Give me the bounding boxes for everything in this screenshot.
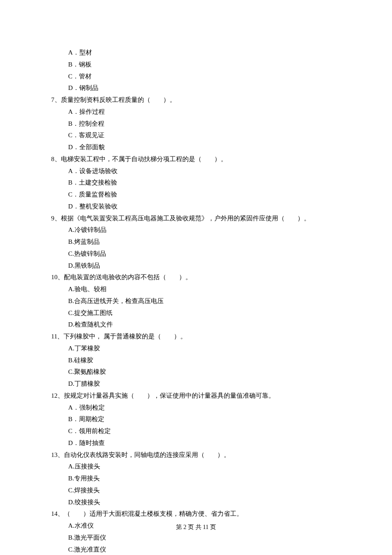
question-stem: 10、配电装置的送电验收的内容不包括（ ）。 bbox=[51, 272, 341, 283]
option-row: D．随时抽查 bbox=[51, 437, 341, 449]
option-text: 型材 bbox=[79, 49, 92, 56]
question-stem: 12、按规定对计量器具实施（ ），保证使用中的计量器具的量值准确可靠。 bbox=[51, 390, 341, 402]
option-letter: B. bbox=[68, 238, 74, 245]
option-row: A.冷镀锌制品 bbox=[51, 224, 341, 236]
option-text: 提交施工图纸 bbox=[74, 309, 112, 316]
option-letter: C. bbox=[68, 309, 74, 316]
page-content: A．型材 B．钢板 C．管材 D．钢制品 7、质量控制资料反映工程质量的（ ）。… bbox=[0, 0, 392, 555]
option-letter: C． bbox=[68, 191, 79, 198]
question-number: 7、 bbox=[51, 96, 61, 103]
option-letter: A． bbox=[68, 108, 79, 115]
option-row: B.烤蓝制品 bbox=[51, 236, 341, 248]
option-letter: D． bbox=[68, 203, 79, 210]
option-text: 聚氨酯橡胶 bbox=[74, 368, 106, 375]
option-letter: A. bbox=[68, 463, 75, 470]
option-text: 烤蓝制品 bbox=[74, 238, 100, 245]
option-letter: C． bbox=[68, 132, 79, 139]
option-text: 操作过程 bbox=[79, 108, 105, 115]
option-letter: A. bbox=[68, 226, 75, 233]
blank bbox=[166, 274, 179, 280]
option-letter: B． bbox=[68, 179, 79, 186]
stem-post: ）。 bbox=[214, 156, 227, 162]
option-text: 焊接接头 bbox=[74, 487, 100, 494]
option-text: 热镀锌制品 bbox=[74, 250, 106, 257]
option-text: 专用接头 bbox=[74, 475, 100, 482]
option-text: 钢板 bbox=[79, 61, 92, 68]
question-stem: 8、电梯安装工程中，不属于自动扶梯分项工程的是（ ）。 bbox=[51, 153, 341, 165]
option-text: 压接接头 bbox=[75, 463, 100, 470]
stem-pre: 自动化仪表线路安装时，同轴电缆的连接应采用（ bbox=[64, 451, 205, 458]
option-text: 质量监督检验 bbox=[79, 191, 117, 198]
question-number: 8、 bbox=[51, 156, 61, 162]
option-text: 验电、较相 bbox=[75, 286, 107, 292]
option-row: C.提交施工图纸 bbox=[51, 307, 341, 319]
option-row: C.热镀锌制品 bbox=[51, 248, 341, 260]
option-row: D．整机安装验收 bbox=[51, 201, 341, 213]
option-letter: C. bbox=[68, 546, 74, 553]
blank bbox=[285, 215, 297, 222]
blank bbox=[202, 156, 214, 162]
option-text: 设备进场验收 bbox=[79, 168, 118, 174]
stem-post: ）。 bbox=[179, 274, 192, 280]
question-number: 14、 bbox=[51, 510, 64, 517]
option-row: C．领用前检定 bbox=[51, 425, 341, 437]
stem-post: ）。 bbox=[217, 451, 230, 458]
option-row: D.黑铁制品 bbox=[51, 260, 341, 272]
option-row: B．土建交接检验 bbox=[51, 177, 341, 189]
option-row: C.激光准直仪 bbox=[51, 544, 341, 555]
option-letter: C. bbox=[68, 368, 74, 375]
question-11: 11、下列橡胶中， 属于普通橡胶的是（ ）。 A.丁苯橡胶 B.硅橡胶 C.聚氨… bbox=[51, 331, 341, 390]
question-stem: 14、（ ）适用于大面积混凝土楼板支模，精确方便、省力省工。 bbox=[51, 508, 341, 520]
option-row: D.绞接接头 bbox=[51, 497, 341, 509]
option-text: 硅橡胶 bbox=[74, 357, 93, 364]
option-letter: C． bbox=[68, 73, 79, 80]
option-row: B.合高压进线开关，检查高压电压 bbox=[51, 295, 341, 307]
option-text: 领用前检定 bbox=[79, 428, 111, 434]
page-footer: 第 2 页 共 11 页 bbox=[0, 522, 392, 533]
option-text: 控制全程 bbox=[79, 120, 104, 127]
option-letter: B. bbox=[68, 298, 74, 304]
option-text: 冷镀锌制品 bbox=[75, 226, 107, 233]
question-stem: 9、根据《电气装置安装工程高压电器施工及验收规范》，户外用的紧固件应使用（ ）。 bbox=[51, 213, 341, 225]
question-10: 10、配电装置的送电验收的内容不包括（ ）。 A.验电、较相 B.合高压进线开关… bbox=[51, 272, 341, 331]
blank bbox=[134, 392, 147, 399]
option-text: 检查随机文件 bbox=[75, 321, 113, 328]
stem-post: ），保证使用中的计量器具的量值准确可靠。 bbox=[147, 392, 275, 399]
blank bbox=[70, 510, 83, 517]
option-letter: D. bbox=[68, 321, 75, 328]
option-row: A．强制检定 bbox=[51, 402, 341, 414]
option-text: 激光准直仪 bbox=[74, 546, 106, 553]
option-letter: A. bbox=[68, 345, 75, 352]
option-text: 钢制品 bbox=[79, 84, 98, 91]
option-text: 合高压进线开关，检查高压电压 bbox=[74, 298, 164, 304]
option-row: B.专用接头 bbox=[51, 473, 341, 485]
option-letter: D. bbox=[68, 499, 75, 506]
question-stem: 7、质量控制资料反映工程质量的（ ）。 bbox=[51, 94, 341, 106]
option-letter: B． bbox=[68, 120, 79, 127]
question-number: 10、 bbox=[51, 274, 64, 280]
option-letter: D． bbox=[68, 439, 79, 446]
question-number: 9、 bbox=[51, 215, 61, 222]
option-row: A．操作过程 bbox=[51, 106, 341, 118]
option-letter: D． bbox=[68, 84, 79, 91]
option-letter: B. bbox=[68, 534, 74, 541]
question-number: 11、 bbox=[51, 333, 63, 340]
option-row: D.丁腈橡胶 bbox=[51, 378, 341, 390]
stem-pre: 配电装置的送电验收的内容不包括（ bbox=[64, 274, 166, 280]
option-text: 丁腈橡胶 bbox=[75, 380, 100, 387]
option-text: 周期检定 bbox=[79, 416, 104, 422]
option-row: A．设备进场验收 bbox=[51, 165, 341, 177]
option-row: B．周期检定 bbox=[51, 413, 341, 425]
stem-pre: 下列橡胶中， 属于普通橡胶的是（ bbox=[63, 333, 161, 340]
option-row: A.压接接头 bbox=[51, 461, 341, 473]
question-6-options-continued: A．型材 B．钢板 C．管材 D．钢制品 bbox=[51, 47, 341, 94]
stem-post: ）适用于大面积混凝土楼板支模，精确方便、省力省工。 bbox=[83, 510, 243, 517]
stem-post: ）。 bbox=[174, 333, 187, 340]
option-row: A.验电、较相 bbox=[51, 283, 341, 295]
option-letter: D. bbox=[68, 262, 75, 269]
option-letter: D． bbox=[68, 144, 79, 150]
blank bbox=[161, 333, 174, 340]
option-row: C．客观见证 bbox=[51, 130, 341, 142]
option-row: B.激光平面仪 bbox=[51, 532, 341, 544]
option-letter: A． bbox=[68, 404, 79, 411]
